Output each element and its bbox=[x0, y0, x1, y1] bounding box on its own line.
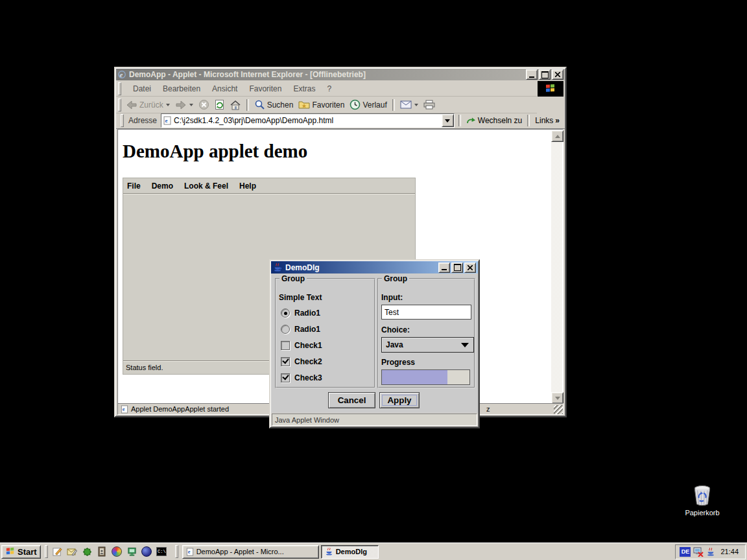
back-label: Zurück bbox=[139, 100, 163, 110]
favorites-button[interactable]: Favoriten bbox=[296, 99, 347, 111]
go-label: Wechseln zu bbox=[478, 116, 522, 125]
task-button-demodlg[interactable]: DemoDlg bbox=[321, 545, 379, 559]
dialog-maximize-button[interactable] bbox=[451, 262, 463, 273]
addressbar-separator bbox=[458, 115, 461, 126]
forward-button[interactable] bbox=[172, 99, 196, 111]
taskbar-clock[interactable]: 21:44 bbox=[718, 548, 741, 555]
left-groupbox: Group Simple Text Radio1 Radio1 Check1 C… bbox=[275, 278, 375, 388]
input-field[interactable] bbox=[381, 305, 471, 320]
menu-bearbeiten[interactable]: Bearbeiten bbox=[163, 84, 200, 93]
address-dropdown-button[interactable] bbox=[442, 114, 454, 127]
scroll-down-button[interactable] bbox=[551, 392, 563, 404]
back-dropdown-icon[interactable] bbox=[166, 104, 170, 106]
cancel-label: Cancel bbox=[338, 395, 366, 405]
check-2-label: Check2 bbox=[294, 357, 322, 366]
progress-label: Progress bbox=[381, 358, 415, 367]
taskbar-grip[interactable] bbox=[45, 545, 48, 558]
recycle-bin-icon bbox=[691, 484, 713, 508]
show-desktop-icon[interactable] bbox=[52, 546, 63, 557]
java-tray-icon[interactable] bbox=[706, 547, 715, 557]
scroll-up-button[interactable] bbox=[551, 130, 563, 142]
stop-button[interactable] bbox=[196, 98, 212, 111]
ie-window-title: DemoApp - Applet - Microsoft Internet Ex… bbox=[129, 70, 366, 79]
netmeeting-icon[interactable] bbox=[126, 546, 137, 557]
svg-text:e: e bbox=[165, 117, 168, 124]
check-1-label: Check1 bbox=[294, 341, 322, 350]
radio-icon[interactable] bbox=[281, 325, 290, 334]
checkbox-icon[interactable] bbox=[281, 357, 290, 366]
media-app-icon[interactable] bbox=[112, 546, 123, 557]
cancel-button[interactable]: Cancel bbox=[328, 392, 375, 408]
toolbar-separator bbox=[392, 99, 395, 111]
history-clock-icon bbox=[350, 99, 361, 110]
address-value: C:\j2sdk1.4.2_03\prj\DemoApp\DemoApp.htm… bbox=[174, 116, 333, 125]
taskbar-grip[interactable] bbox=[175, 545, 178, 558]
favorites-icon bbox=[298, 100, 310, 110]
refresh-button[interactable] bbox=[212, 98, 227, 111]
start-button[interactable]: Start bbox=[1, 545, 41, 559]
menu-favoriten[interactable]: Favoriten bbox=[249, 84, 281, 93]
forward-dropdown-icon[interactable] bbox=[189, 104, 193, 106]
print-button[interactable] bbox=[421, 99, 438, 111]
toolbar-grip[interactable] bbox=[118, 99, 121, 111]
task-button-demoapp[interactable]: e DemoApp - Applet - Micro... bbox=[182, 545, 319, 559]
browser-app-icon[interactable] bbox=[141, 546, 152, 557]
close-button[interactable] bbox=[552, 69, 563, 80]
menu-datei[interactable]: Datei bbox=[133, 84, 151, 93]
history-label: Verlauf bbox=[362, 100, 386, 110]
desktop: e DemoApp - Applet - Microsoft Internet … bbox=[0, 0, 747, 560]
recycle-bin-shortcut[interactable]: Papierkorb bbox=[680, 484, 725, 517]
bug-app-icon[interactable] bbox=[82, 546, 93, 557]
dialog-minimize-button[interactable] bbox=[438, 262, 450, 273]
radio-2-label: Radio1 bbox=[294, 325, 320, 334]
go-button[interactable]: Wechseln zu bbox=[464, 115, 525, 126]
demodlg-titlebar[interactable]: DemoDlg bbox=[271, 261, 478, 274]
applet-menu-file[interactable]: File bbox=[127, 181, 141, 191]
task-ie-icon: e bbox=[186, 548, 194, 556]
applet-menu-demo[interactable]: Demo bbox=[152, 181, 173, 191]
home-button[interactable] bbox=[227, 99, 244, 111]
minimize-button[interactable] bbox=[526, 69, 538, 80]
check-option-3[interactable]: Check3 bbox=[281, 373, 322, 382]
mail-compose-icon[interactable] bbox=[67, 546, 78, 557]
mail-button[interactable] bbox=[397, 99, 421, 110]
addressbar-separator bbox=[527, 115, 530, 126]
choice-combobox[interactable]: Java bbox=[381, 337, 474, 353]
radio-option-2[interactable]: Radio1 bbox=[281, 325, 320, 334]
resize-grip[interactable] bbox=[554, 405, 563, 414]
mail-dropdown-icon[interactable] bbox=[414, 104, 418, 106]
refresh-icon bbox=[215, 99, 224, 110]
applet-menu-help[interactable]: Help bbox=[239, 181, 256, 191]
address-input[interactable]: e C:\j2sdk1.4.2_03\prj\DemoApp\DemoApp.h… bbox=[161, 113, 455, 128]
menu-ansicht[interactable]: Ansicht bbox=[212, 84, 237, 93]
maximize-button[interactable] bbox=[539, 69, 551, 80]
keyboard-layout-indicator[interactable]: DE bbox=[680, 547, 691, 557]
search-button[interactable]: Suchen bbox=[252, 98, 296, 111]
addressbar-grip[interactable] bbox=[121, 114, 124, 127]
applet-menu-lookfeel[interactable]: Look & Feel bbox=[184, 181, 228, 191]
radio-icon[interactable] bbox=[281, 309, 290, 318]
windows-logo-icon bbox=[545, 84, 556, 94]
radio-option-1[interactable]: Radio1 bbox=[281, 309, 320, 318]
links-button[interactable]: Links » bbox=[532, 115, 562, 126]
dialog-close-button[interactable] bbox=[464, 262, 476, 273]
windows-flag-icon bbox=[5, 547, 16, 556]
menubar-grip[interactable] bbox=[118, 82, 121, 95]
home-icon bbox=[230, 100, 241, 110]
apply-button[interactable]: Apply bbox=[379, 392, 420, 408]
history-button[interactable]: Verlauf bbox=[347, 98, 389, 111]
offline-status-icon[interactable] bbox=[693, 547, 704, 557]
command-prompt-icon[interactable]: C:\ bbox=[156, 546, 167, 557]
check-option-2[interactable]: Check2 bbox=[281, 357, 322, 366]
check-option-1[interactable]: Check1 bbox=[281, 341, 322, 350]
back-button[interactable]: Zurück bbox=[123, 99, 172, 111]
menu-hilfe[interactable]: ? bbox=[327, 84, 331, 93]
checkbox-icon[interactable] bbox=[281, 341, 290, 350]
taskbar: Start C:\ e DemoApp - Applet - Micro... bbox=[0, 542, 747, 560]
checkbox-icon[interactable] bbox=[281, 373, 290, 382]
address-book-icon[interactable] bbox=[97, 546, 108, 557]
ie-logo-icon: e bbox=[117, 70, 126, 79]
ie-titlebar[interactable]: e DemoApp - Applet - Microsoft Internet … bbox=[116, 69, 565, 80]
vertical-scrollbar[interactable] bbox=[551, 130, 562, 404]
menu-extras[interactable]: Extras bbox=[293, 84, 315, 93]
